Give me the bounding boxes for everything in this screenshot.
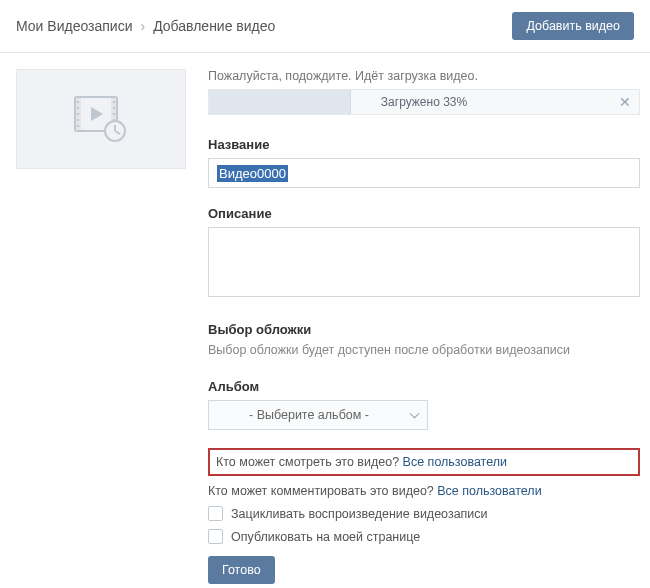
description-label: Описание xyxy=(208,206,640,221)
cover-label: Выбор обложки xyxy=(208,322,640,337)
video-thumbnail-placeholder xyxy=(16,69,186,169)
privacy-comment-link[interactable]: Все пользователи xyxy=(437,484,541,498)
svg-point-7 xyxy=(77,125,80,128)
done-button[interactable]: Готово xyxy=(208,556,275,584)
svg-point-3 xyxy=(77,101,80,104)
add-video-button[interactable]: Добавить видео xyxy=(512,12,634,40)
privacy-view-link[interactable]: Все пользователи xyxy=(403,455,507,469)
cancel-upload-button[interactable]: ✕ xyxy=(617,94,633,110)
loop-label: Зацикливать воспроизведение видеозаписи xyxy=(231,507,488,521)
publish-label: Опубликовать на моей странице xyxy=(231,530,420,544)
publish-option-row: Опубликовать на моей странице xyxy=(208,529,640,544)
close-icon: ✕ xyxy=(619,94,631,110)
svg-point-9 xyxy=(113,107,116,110)
upload-progress-text: Загружено 33% xyxy=(209,95,639,109)
privacy-view-row: Кто может смотреть это видео? Все пользо… xyxy=(216,455,632,469)
upload-wait-text: Пожалуйста, подождите. Идёт загрузка вид… xyxy=(208,69,640,83)
privacy-view-highlight: Кто может смотреть это видео? Все пользо… xyxy=(208,448,640,476)
upload-progress: Загружено 33% ✕ xyxy=(208,89,640,115)
svg-point-8 xyxy=(113,101,116,104)
description-input[interactable] xyxy=(208,227,640,297)
title-input-value: Видео0000 xyxy=(217,165,288,182)
privacy-comment-question: Кто может комментировать это видео? xyxy=(208,484,434,498)
album-select[interactable]: - Выберите альбом - xyxy=(208,400,428,430)
content-area: Пожалуйста, подождите. Идёт загрузка вид… xyxy=(0,53,650,588)
cover-hint: Выбор обложки будет доступен после обраб… xyxy=(208,343,640,357)
svg-point-10 xyxy=(113,113,116,116)
svg-point-5 xyxy=(77,113,80,116)
breadcrumb-current: Добавление видео xyxy=(153,18,275,34)
header-bar: Мои Видеозаписи › Добавление видео Добав… xyxy=(0,0,650,53)
breadcrumb: Мои Видеозаписи › Добавление видео xyxy=(16,18,275,34)
title-input[interactable]: Видео0000 xyxy=(208,158,640,188)
loop-option-row: Зацикливать воспроизведение видеозаписи xyxy=(208,506,640,521)
done-button-wrap: Готово xyxy=(208,556,640,584)
svg-marker-13 xyxy=(91,107,103,121)
privacy-comment-row: Кто может комментировать это видео? Все … xyxy=(208,484,640,498)
publish-checkbox[interactable] xyxy=(208,529,223,544)
breadcrumb-root[interactable]: Мои Видеозаписи xyxy=(16,18,132,34)
album-label: Альбом xyxy=(208,379,640,394)
album-select-wrap: - Выберите альбом - xyxy=(208,400,428,430)
upload-form: Пожалуйста, подождите. Идёт загрузка вид… xyxy=(208,69,640,584)
chevron-right-icon: › xyxy=(140,18,145,34)
svg-point-4 xyxy=(77,107,80,110)
privacy-view-question: Кто может смотреть это видео? xyxy=(216,455,399,469)
loop-checkbox[interactable] xyxy=(208,506,223,521)
title-label: Название xyxy=(208,137,640,152)
svg-point-6 xyxy=(77,119,80,122)
film-clock-icon xyxy=(71,95,131,143)
